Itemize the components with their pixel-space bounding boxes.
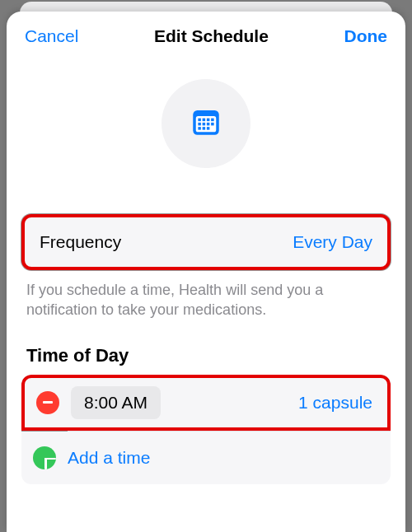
add-time-label[interactable]: Add a time (68, 440, 150, 476)
remove-time-button[interactable] (36, 391, 59, 414)
svg-rect-8 (207, 123, 210, 126)
svg-rect-6 (198, 123, 201, 126)
frequency-value: Every Day (293, 232, 372, 252)
svg-rect-5 (211, 119, 214, 122)
svg-rect-7 (203, 123, 206, 126)
cancel-button[interactable]: Cancel (25, 26, 78, 46)
svg-rect-3 (203, 119, 206, 122)
svg-rect-11 (203, 127, 206, 130)
svg-rect-9 (211, 123, 214, 126)
frequency-hint-text: If you schedule a time, Health will send… (21, 270, 391, 320)
dose-picker[interactable]: 1 capsule (298, 393, 376, 413)
svg-rect-2 (198, 119, 201, 122)
minus-circle-icon (43, 401, 53, 404)
calendar-icon (189, 105, 223, 142)
svg-rect-10 (198, 127, 201, 130)
schedule-icon-area (7, 56, 405, 214)
time-picker[interactable]: 8:00 AM (71, 386, 161, 419)
time-of-day-header: Time of Day (21, 320, 391, 375)
page-title: Edit Schedule (154, 26, 269, 46)
frequency-row[interactable]: Frequency Every Day (21, 214, 391, 270)
time-of-day-list: 8:00 AM 1 capsule Add a time (21, 375, 391, 484)
svg-rect-12 (207, 127, 210, 130)
edit-schedule-sheet: Cancel Edit Schedule Done Frequency (7, 12, 405, 532)
done-button[interactable]: Done (344, 26, 387, 46)
navbar: Cancel Edit Schedule Done (7, 12, 405, 56)
add-time-row[interactable]: Add a time (21, 432, 391, 484)
add-time-icon-button[interactable] (33, 446, 56, 469)
schedule-icon-circle (162, 79, 250, 168)
time-row: 8:00 AM 1 capsule (21, 375, 391, 431)
svg-rect-4 (207, 119, 210, 122)
frequency-label: Frequency (40, 232, 121, 252)
